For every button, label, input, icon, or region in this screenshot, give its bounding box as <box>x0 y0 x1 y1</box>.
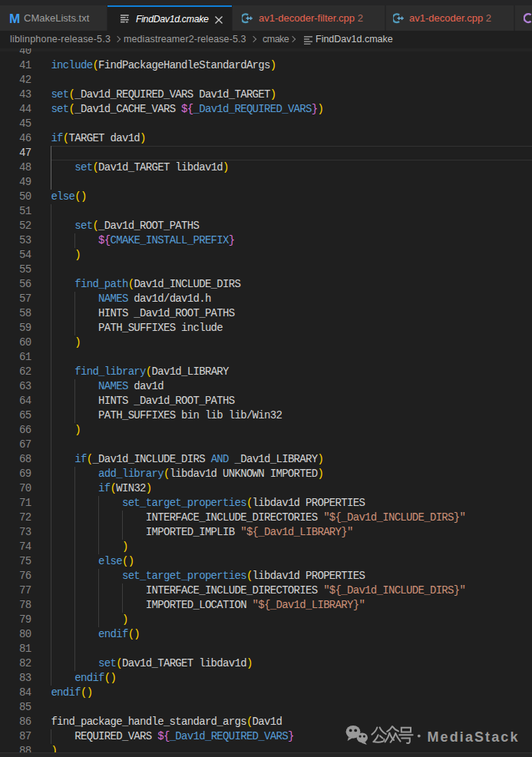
svg-text:M: M <box>9 12 20 25</box>
svg-text:MediaStack: MediaStack <box>428 729 520 745</box>
